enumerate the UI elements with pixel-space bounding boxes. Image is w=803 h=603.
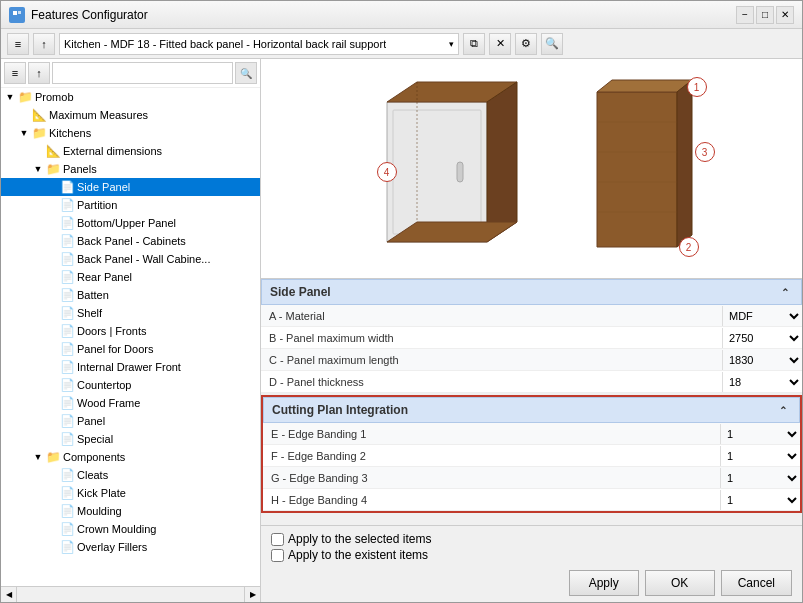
sidebar-item-wood-frame[interactable]: 📄 Wood Frame [1, 394, 260, 412]
folder-icon: 📁 [45, 161, 61, 177]
title-text: Features Configurator [31, 8, 730, 22]
sidebar-item-ext-dim[interactable]: 📐 External dimensions [1, 142, 260, 160]
property-row-edge-4: H - Edge Banding 4 1 [263, 489, 800, 511]
check-selected-items[interactable]: Apply to the selected items [271, 532, 792, 546]
sidebar-item-bottom-upper[interactable]: 📄 Bottom/Upper Panel [1, 214, 260, 232]
toggle-icon [17, 108, 31, 122]
scroll-right-button[interactable]: ▶ [244, 587, 260, 603]
ok-button[interactable]: OK [645, 570, 715, 596]
max-length-select[interactable]: 1830 [723, 350, 802, 370]
check-existent-items[interactable]: Apply to the existent items [271, 548, 792, 562]
sidebar-item-max-measures[interactable]: 📐 Maximum Measures [1, 106, 260, 124]
collapse-button[interactable]: ⌃ [777, 284, 793, 300]
scroll-left-button[interactable]: ◀ [1, 587, 17, 603]
sidebar-item-countertop[interactable]: 📄 Countertop [1, 376, 260, 394]
prop-label-edge-3: G - Edge Banding 3 [263, 469, 720, 487]
sidebar-item-special[interactable]: 📄 Special [1, 430, 260, 448]
label-4: 4 [377, 162, 397, 182]
sidebar-item-cleats[interactable]: 📄 Cleats [1, 466, 260, 484]
side-panel-section-header: Side Panel ⌃ [261, 279, 802, 305]
sidebar-item-components[interactable]: ▼ 📁 Components [1, 448, 260, 466]
prop-value-edge-1[interactable]: 1 [720, 424, 800, 444]
cancel-button[interactable]: Cancel [721, 570, 792, 596]
toggle-icon [45, 342, 59, 356]
edge-banding-1-select[interactable]: 1 [721, 424, 800, 444]
sidebar-item-back-panel-cab[interactable]: 📄 Back Panel - Cabinets [1, 232, 260, 250]
edge-banding-3-select[interactable]: 1 [721, 468, 800, 488]
label-2: 2 [679, 237, 699, 257]
prop-label-material: A - Material [261, 307, 722, 325]
sidebar-item-shelf[interactable]: 📄 Shelf [1, 304, 260, 322]
sidebar-item-batten[interactable]: 📄 Batten [1, 286, 260, 304]
sidebar-item-panel[interactable]: 📄 Panel [1, 412, 260, 430]
toolbar-btn-1[interactable]: ≡ [7, 33, 29, 55]
sidebar-item-promob[interactable]: ▼ 📁 Promob [1, 88, 260, 106]
property-row-edge-1: E - Edge Banding 1 1 [263, 423, 800, 445]
dim-icon: 📐 [45, 143, 61, 159]
sidebar-item-back-panel-wall[interactable]: 📄 Back Panel - Wall Cabine... [1, 250, 260, 268]
sidebar-expand-btn[interactable]: ≡ [4, 62, 26, 84]
sidebar-collapse-btn[interactable]: ↑ [28, 62, 50, 84]
toggle-icon [45, 432, 59, 446]
toggle-icon [45, 198, 59, 212]
sidebar-item-label: Panel [75, 415, 105, 427]
sidebar-item-overlay-fillers[interactable]: 📄 Overlay Fillers [1, 538, 260, 556]
breadcrumb-dropdown[interactable]: Kitchen - MDF 18 - Fitted back panel - H… [59, 33, 459, 55]
edge-banding-2-select[interactable]: 1 [721, 446, 800, 466]
sidebar-item-panels[interactable]: ▼ 📁 Panels [1, 160, 260, 178]
sidebar-item-doors-fronts[interactable]: 📄 Doors | Fronts [1, 322, 260, 340]
apply-button[interactable]: Apply [569, 570, 639, 596]
edge-banding-4-select[interactable]: 1 [721, 490, 800, 510]
toggle-icon [45, 504, 59, 518]
sidebar-item-kick-plate[interactable]: 📄 Kick Plate [1, 484, 260, 502]
copy-button[interactable]: ⧉ [463, 33, 485, 55]
footer: Apply to the selected items Apply to the… [261, 525, 802, 602]
sidebar-item-label: Maximum Measures [47, 109, 148, 121]
sidebar-item-kitchens[interactable]: ▼ 📁 Kitchens [1, 124, 260, 142]
cutting-collapse-button[interactable]: ⌃ [775, 402, 791, 418]
horizontal-scrollbar[interactable]: ◀ ▶ [1, 586, 260, 602]
prop-value-thickness[interactable]: 18 [722, 372, 802, 392]
check-selected-input[interactable] [271, 533, 284, 546]
prop-value-edge-4[interactable]: 1 [720, 490, 800, 510]
close-button[interactable]: ✕ [776, 6, 794, 24]
sidebar-item-partition[interactable]: 📄 Partition [1, 196, 260, 214]
sidebar-item-side-panel[interactable]: 📄 Side Panel [1, 178, 260, 196]
prop-value-material[interactable]: MDF [722, 306, 802, 326]
prop-value-edge-2[interactable]: 1 [720, 446, 800, 466]
delete-button[interactable]: ✕ [489, 33, 511, 55]
toggle-icon [45, 234, 59, 248]
sidebar-item-rear-panel[interactable]: 📄 Rear Panel [1, 268, 260, 286]
minimize-button[interactable]: − [736, 6, 754, 24]
panel-icon: 📄 [59, 413, 75, 429]
svg-marker-11 [597, 80, 692, 92]
sidebar-item-panel-doors[interactable]: 📄 Panel for Doors [1, 340, 260, 358]
material-select[interactable]: MDF [723, 306, 802, 326]
prop-value-max-length[interactable]: 1830 [722, 350, 802, 370]
right-panel: 4 [261, 59, 802, 602]
sidebar-item-label: Side Panel [75, 181, 130, 193]
property-row-edge-3: G - Edge Banding 3 1 [263, 467, 800, 489]
window-controls: − □ ✕ [736, 6, 794, 24]
tree-scroll[interactable]: ▼ 📁 Promob 📐 Maximum Measures ▼ 📁 [1, 88, 260, 586]
comp-icon: 📄 [59, 503, 75, 519]
search-toolbar-button[interactable]: 🔍 [541, 33, 563, 55]
sidebar-item-crown-moulding[interactable]: 📄 Crown Moulding [1, 520, 260, 538]
sidebar-item-label: External dimensions [61, 145, 162, 157]
prop-value-edge-3[interactable]: 1 [720, 468, 800, 488]
check-existent-label: Apply to the existent items [288, 548, 428, 562]
settings-button[interactable]: ⚙ [515, 33, 537, 55]
prop-value-max-width[interactable]: 2750 [722, 328, 802, 348]
sidebar-search-button[interactable]: 🔍 [235, 62, 257, 84]
panel-icon: 📄 [59, 377, 75, 393]
toolbar-btn-2[interactable]: ↑ [33, 33, 55, 55]
max-width-select[interactable]: 2750 [723, 328, 802, 348]
maximize-button[interactable]: □ [756, 6, 774, 24]
sidebar-item-internal-drawer[interactable]: 📄 Internal Drawer Front [1, 358, 260, 376]
search-input[interactable] [52, 62, 233, 84]
folder-icon: 📁 [31, 125, 47, 141]
panel-3d-view [577, 72, 707, 262]
check-existent-input[interactable] [271, 549, 284, 562]
thickness-select[interactable]: 18 [723, 372, 802, 392]
sidebar-item-moulding[interactable]: 📄 Moulding [1, 502, 260, 520]
